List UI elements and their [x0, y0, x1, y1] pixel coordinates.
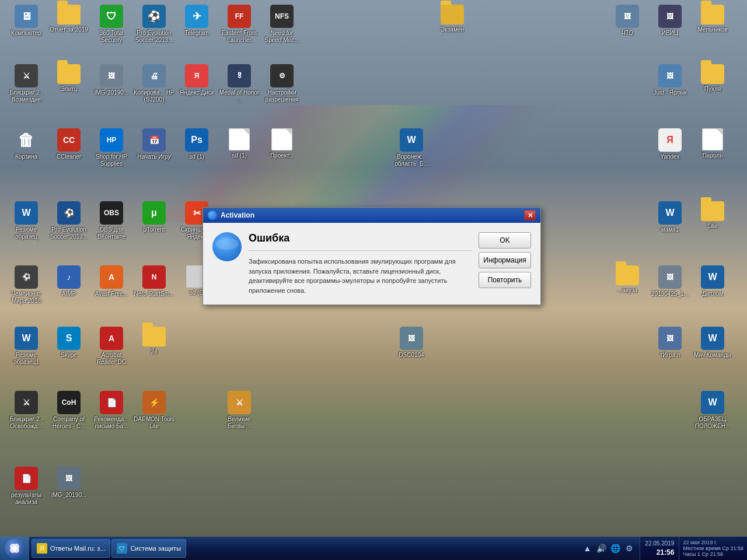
icon-24[interactable]: 24	[134, 327, 174, 355]
icon-elitc[interactable]: Элитц	[48, 64, 89, 93]
icon-chempionat[interactable]: ⚽ Чемпионат Мира 2018	[6, 265, 47, 304]
icon-otchet[interactable]: Отчёт за 2019	[48, 5, 89, 33]
icon-diplom[interactable]: W Диплом	[692, 265, 733, 298]
icon-proekt[interactable]: Проект...	[261, 128, 302, 159]
icon-rezume1[interactable]: W Резюме образец1	[6, 327, 47, 366]
dialog-error-text: Зафиксирована попытка использования эмул…	[249, 257, 472, 295]
icon-blitzkrieg2[interactable]: ⚔ Блицкриг 2 - Освобожд...	[6, 391, 47, 430]
dialog-ok-button[interactable]: OK	[479, 232, 531, 249]
clock-date-label: 22.05.2019	[645, 540, 674, 548]
icon-resultaty[interactable]: 📄 результаты анализа	[6, 467, 47, 506]
svg-point-3	[13, 547, 19, 553]
clock-watch-label: Часы 1 Ср 21:56	[683, 551, 743, 557]
dialog-content: Ошибка Зафиксирована попытка использован…	[249, 232, 472, 295]
icon-velikie[interactable]: ⚔ Великие Битвы ...	[219, 391, 260, 430]
taskbar: Я Ответы Mail.ru: з... 🛡 Система защиты …	[0, 537, 747, 560]
icon-obs[interactable]: OBS OBS для ВКонтакте	[91, 201, 132, 240]
icon-img20190[interactable]: 🖼 IMG_20190...	[48, 467, 89, 499]
start-button[interactable]	[0, 537, 29, 560]
icon-yandex-disk[interactable]: Я Яндекс.Диск	[176, 64, 217, 96]
icon-nastroiki[interactable]: ⚙ Настройки разрешения	[261, 64, 302, 103]
icon-utorrent[interactable]: μ μTorrent	[134, 201, 174, 233]
icon-ccleaner[interactable]: CC CCleaner	[48, 128, 89, 160]
icon-dsc[interactable]: 🖼 DSC0104	[391, 327, 432, 359]
start-orb	[5, 538, 25, 558]
icon-company-heroes[interactable]: CoH Company of Heroes - С...	[48, 391, 89, 430]
icon-medal[interactable]: 🎖 Medal of Honor ...	[219, 64, 260, 103]
icon-rekomend[interactable]: 📄 Рекоменда... письмо Ба...	[91, 391, 132, 430]
taskbar-item-protection-icon: 🛡	[117, 543, 127, 554]
icon-nfs[interactable]: NFS Need for Speed Мос...	[261, 5, 302, 44]
taskbar-tray: ▲ 🔊 🌐 ⚙	[577, 537, 640, 560]
icon-yandex[interactable]: Я Yandex	[650, 128, 690, 160]
clock-time-label: 21:56	[645, 548, 674, 558]
icon-voronezh[interactable]: W Воронеж... область. Б...	[391, 128, 432, 167]
icon-img20190425[interactable]: 🖼 20190425_1...	[650, 265, 690, 298]
icon-obrazec[interactable]: W ОБРАЗЕЦ ПОЛОЖЕН...	[692, 391, 733, 430]
tray-icon-network[interactable]: ▲	[581, 542, 593, 554]
icon-skype[interactable]: S Skype	[48, 327, 89, 359]
dialog-titlebar: Activation ✕	[203, 208, 540, 223]
taskbar-clock-detail[interactable]: 22 мая 2019 г. Местное время Ср 21:56 Ча…	[679, 537, 747, 560]
activation-dialog: Activation ✕ Ошибка Зафиксирована попытк…	[203, 207, 541, 305]
dialog-separator	[249, 250, 472, 251]
icon-blitzkrieg[interactable]: ⚔ Блицкриг 2 - Возмездие	[6, 64, 47, 103]
icon-kopirovat[interactable]: 🖨 Копирова... HP (SJ200)	[134, 64, 174, 103]
dialog-globe-icon	[212, 232, 242, 261]
icon-shop-hp[interactable]: HP Shop for HP Supplies	[91, 128, 132, 167]
icon-nachat[interactable]: 📅 Начать Игру	[134, 128, 174, 160]
icon-img2019[interactable]: 🖼 IMG-20190...	[91, 64, 132, 96]
icon-avast[interactable]: A Avast Free...	[91, 265, 132, 298]
icon-parol[interactable]: Пароль	[692, 128, 733, 159]
icon-tigra[interactable]: 🖼 тИгра п	[650, 327, 690, 359]
taskbar-items: Я Ответы Mail.ru: з... 🛡 Система защиты	[29, 537, 577, 560]
dialog-buttons: OK Информация Повторить	[479, 232, 531, 295]
icon-telegram[interactable]: ✈ Telegram	[176, 5, 217, 37]
icon-match[interactable]: W Мяч Команды	[692, 327, 733, 359]
icon-nero[interactable]: N Nero StartSm...	[134, 265, 174, 298]
dialog-main-area: Ошибка Зафиксирована попытка использован…	[249, 232, 531, 295]
icon-computer[interactable]: 🖥 Компьютер	[6, 5, 47, 37]
taskbar-item-mail[interactable]: Я Ответы Mail.ru: з...	[32, 539, 110, 558]
dialog-title-text: Activation	[221, 211, 254, 219]
icon-chto[interactable]: 🖼 ЧТО	[607, 5, 648, 37]
clock-local-label: Местное время Ср 21:56	[683, 545, 743, 551]
taskbar-item-mail-icon: Я	[37, 543, 47, 554]
dialog-info-button[interactable]: Информация	[479, 252, 531, 268]
icon-korzina[interactable]: 🗑 Корзина	[6, 128, 47, 160]
desktop: 🖥 Компьютер Отчёт за 2019 🛡 360 Total Se…	[0, 0, 747, 560]
icon-aimp[interactable]: ♪ AIMP	[48, 265, 89, 298]
icon-iviz[interactable]: 🖼 ИВИЦ	[650, 5, 690, 37]
dialog-close-button[interactable]: ✕	[524, 210, 536, 220]
icon-rezume[interactable]: W Резюме образец	[6, 201, 47, 240]
tray-icon-network2[interactable]: 🌐	[609, 542, 621, 554]
icon-mama1[interactable]: W мама1	[650, 201, 690, 233]
icon-pes2013[interactable]: ⚽ Pro Evolution Soccer 2013...	[48, 201, 89, 240]
dialog-body: Ошибка Зафиксирована попытка использован…	[203, 223, 540, 304]
clock-detail-label: 22 мая 2019 г.	[683, 540, 743, 545]
taskbar-item-protection[interactable]: 🛡 Система защиты	[111, 539, 186, 558]
dialog-retry-button[interactable]: Повторить	[479, 272, 531, 288]
dialog-title-icon	[208, 211, 217, 220]
icon-360security[interactable]: 🛡 360 Total Security	[91, 5, 132, 44]
icon-pes2019[interactable]: ⚽ Pro Evolution Soccer 2013...	[134, 5, 174, 44]
icon-melnikov[interactable]: Мельников	[692, 5, 733, 33]
icon-puhlia[interactable]: Пухля	[692, 64, 733, 93]
taskbar-clock[interactable]: 22.05.2019 21:56	[640, 537, 679, 560]
icon-just[interactable]: 🖼 Just - Ярлык	[650, 64, 690, 96]
tray-icon-battery[interactable]: ⚙	[623, 542, 635, 554]
icon-ef-launcher[interactable]: FF Eastern Front Launcher	[219, 5, 260, 44]
icon-zavuza[interactable]: ...авуза	[607, 265, 648, 294]
tray-icon-speaker[interactable]: 🔊	[595, 542, 607, 554]
icon-sd1[interactable]: Ps sd (1)	[176, 128, 217, 160]
icon-sd2[interactable]: sd (1)	[219, 128, 260, 159]
icon-lille[interactable]: Lille	[692, 201, 733, 230]
taskbar-item-protection-label: Система защиты	[130, 545, 181, 552]
taskbar-item-mail-label: Ответы Mail.ru: з...	[50, 545, 105, 552]
icon-daemon[interactable]: ⚡ DAEMON Tools Lite	[134, 391, 174, 430]
icon-acrobat[interactable]: A Acrobat Reader DC	[91, 327, 132, 366]
dialog-error-heading: Ошибка	[249, 232, 472, 244]
icon-ekzamen[interactable]: Экзамен	[432, 5, 473, 33]
